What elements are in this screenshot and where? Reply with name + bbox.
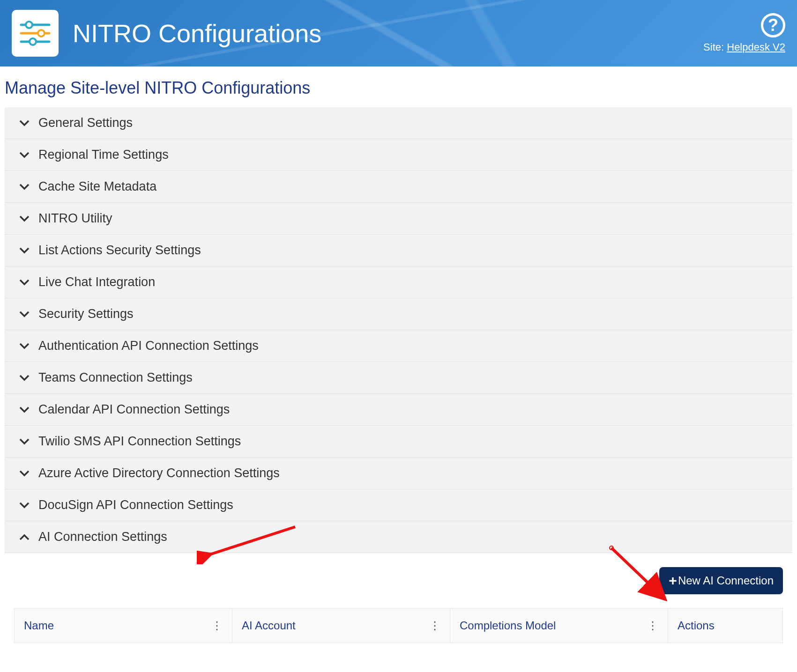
chevron-down-icon <box>19 470 30 477</box>
chevron-down-icon <box>19 375 30 381</box>
accordion-label: List Actions Security Settings <box>38 243 201 258</box>
accordion-item-nitro-utility[interactable]: NITRO Utility <box>5 203 792 235</box>
svg-point-3 <box>38 30 45 37</box>
chevron-down-icon <box>19 502 30 509</box>
chevron-down-icon <box>19 406 30 413</box>
accordion-label: Cache Site Metadata <box>38 179 156 194</box>
column-header-ai-account[interactable]: AI Account ⋮ <box>232 609 450 642</box>
plus-icon: + <box>669 574 677 588</box>
site-indicator: Site: Helpdesk V2 <box>703 41 785 53</box>
accordion-item-regional-time[interactable]: Regional Time Settings <box>5 139 792 171</box>
chevron-down-icon <box>19 247 30 254</box>
ai-connection-panel: + New AI Connection <box>0 553 797 599</box>
chevron-down-icon <box>19 438 30 445</box>
accordion-label: NITRO Utility <box>38 211 112 226</box>
column-menu-icon[interactable]: ⋮ <box>647 620 658 631</box>
app-logo <box>12 10 59 57</box>
svg-point-1 <box>26 22 32 28</box>
accordion-label: Live Chat Integration <box>38 275 155 289</box>
accordion-label: Twilio SMS API Connection Settings <box>38 434 241 449</box>
accordion-label: Regional Time Settings <box>38 148 169 162</box>
accordion-label: Teams Connection Settings <box>38 370 193 385</box>
accordion-item-docusign[interactable]: DocuSign API Connection Settings <box>5 489 792 521</box>
accordion-item-list-actions-security[interactable]: List Actions Security Settings <box>5 235 792 266</box>
accordion-label: Security Settings <box>38 307 134 321</box>
accordion-label: DocuSign API Connection Settings <box>38 498 233 512</box>
column-header-name[interactable]: Name ⋮ <box>15 609 232 642</box>
accordion-label: Azure Active Directory Connection Settin… <box>38 466 280 480</box>
accordion-item-security[interactable]: Security Settings <box>5 298 792 330</box>
column-header-actions[interactable]: Actions <box>668 609 782 642</box>
column-header-completions-model[interactable]: Completions Model ⋮ <box>450 609 668 642</box>
accordion-label: General Settings <box>38 116 133 130</box>
help-icon[interactable]: ? <box>761 13 785 37</box>
settings-accordion: General Settings Regional Time Settings … <box>5 107 792 553</box>
page-title: Manage Site-level NITRO Configurations <box>0 66 797 107</box>
accordion-label: Authentication API Connection Settings <box>38 339 259 353</box>
column-menu-icon[interactable]: ⋮ <box>211 620 223 631</box>
chevron-down-icon <box>19 152 30 158</box>
header-title: NITRO Configurations <box>73 19 321 48</box>
chevron-down-icon <box>19 215 30 222</box>
accordion-item-general[interactable]: General Settings <box>5 107 792 139</box>
accordion-item-live-chat[interactable]: Live Chat Integration <box>5 266 792 298</box>
ai-connections-table: Name ⋮ AI Account ⋮ Completions Model ⋮ … <box>14 608 783 643</box>
chevron-up-icon <box>19 534 30 540</box>
accordion-item-teams[interactable]: Teams Connection Settings <box>5 362 792 394</box>
accordion-label: Calendar API Connection Settings <box>38 402 230 417</box>
app-header: NITRO Configurations ? Site: Helpdesk V2 <box>0 0 797 66</box>
accordion-label: AI Connection Settings <box>38 530 167 544</box>
site-link[interactable]: Helpdesk V2 <box>727 41 785 53</box>
accordion-item-azure-ad[interactable]: Azure Active Directory Connection Settin… <box>5 458 792 489</box>
chevron-down-icon <box>19 343 30 349</box>
accordion-item-calendar-api[interactable]: Calendar API Connection Settings <box>5 394 792 426</box>
chevron-down-icon <box>19 184 30 190</box>
accordion-item-ai-connection[interactable]: AI Connection Settings <box>5 521 792 553</box>
column-menu-icon[interactable]: ⋮ <box>429 620 440 631</box>
accordion-item-cache-metadata[interactable]: Cache Site Metadata <box>5 171 792 203</box>
svg-point-5 <box>30 38 36 45</box>
accordion-item-twilio-sms[interactable]: Twilio SMS API Connection Settings <box>5 426 792 458</box>
new-button-label: New AI Connection <box>678 574 774 587</box>
chevron-down-icon <box>19 120 30 126</box>
chevron-down-icon <box>19 279 30 286</box>
chevron-down-icon <box>19 311 30 318</box>
accordion-item-auth-api[interactable]: Authentication API Connection Settings <box>5 330 792 362</box>
new-ai-connection-button[interactable]: + New AI Connection <box>659 567 783 594</box>
